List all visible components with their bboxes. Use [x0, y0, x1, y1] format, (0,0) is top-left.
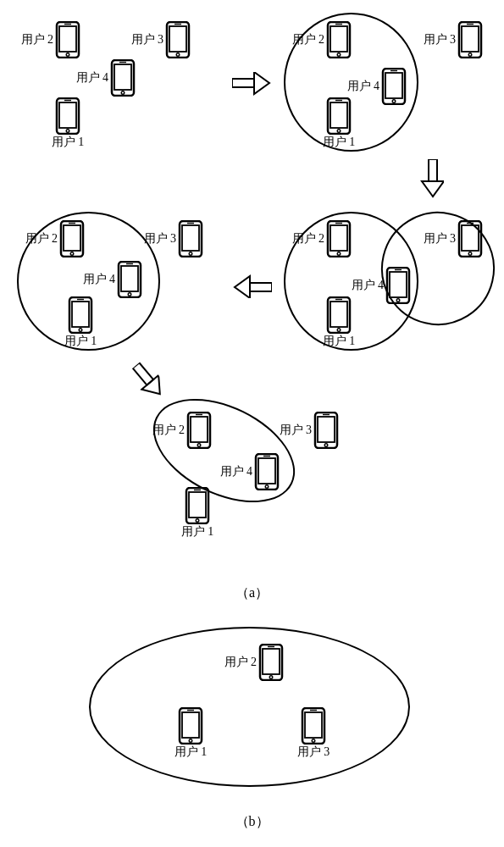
user-2: 用户 2 [326, 220, 352, 257]
user-1: 用户 1 [185, 487, 210, 524]
user-label: 用户 3 [280, 423, 313, 438]
caption-b: （b） [235, 813, 269, 831]
user-2: 用户 2 [326, 21, 352, 58]
smartphone-icon [457, 220, 483, 257]
smartphone-icon [254, 453, 280, 490]
user-label: 用户 2 [152, 423, 186, 438]
step-2: 用户 2 用户 3 用户 4 用户 1 [280, 13, 496, 148]
user-label: 用户 1 [174, 745, 208, 760]
subfigure-b: 用户 2 用户 1 用户 3 [89, 627, 411, 788]
user-4: 用户 4 [254, 453, 280, 490]
smartphone-icon [185, 487, 210, 524]
smartphone-icon [301, 707, 326, 745]
step-4: 用户 2 用户 3 用户 4 用户 1 [17, 212, 229, 347]
user-label: 用户 2 [292, 231, 325, 246]
user-1: 用户 1 [326, 296, 352, 334]
smartphone-icon [110, 59, 136, 97]
smartphone-icon [178, 220, 203, 257]
user-3: 用户 3 [457, 220, 483, 257]
user-3: 用户 3 [165, 21, 191, 58]
smartphone-icon [457, 21, 483, 58]
smartphone-icon [55, 97, 80, 135]
user-3: 用户 3 [457, 21, 483, 58]
group-ellipse [136, 378, 311, 523]
smartphone-icon [385, 267, 411, 304]
smartphone-icon [117, 261, 142, 298]
user-3: 用户 3 [313, 412, 339, 449]
smartphone-icon [326, 21, 352, 58]
user-4: 用户 4 [381, 68, 407, 105]
user-4: 用户 4 [117, 261, 142, 298]
user-label: 用户 3 [297, 745, 330, 760]
step-3: 用户 2 用户 3 用户 4 用户 1 [280, 212, 496, 347]
arrow-icon [124, 358, 169, 406]
user-1: 用户 1 [55, 97, 80, 135]
user-label: 用户 4 [220, 464, 253, 479]
smartphone-icon [326, 220, 352, 257]
user-label: 用户 4 [76, 70, 109, 86]
user-3: 用户 3 [301, 707, 326, 745]
smartphone-icon [326, 97, 352, 135]
user-1: 用户 1 [68, 296, 93, 334]
user-label: 用户 3 [424, 231, 457, 246]
user-label: 用户 1 [323, 135, 356, 150]
smartphone-icon [165, 21, 191, 58]
user-label: 用户 1 [64, 334, 97, 349]
user-label: 用户 1 [52, 135, 85, 150]
user-label: 用户 3 [424, 32, 457, 47]
group-ellipse [89, 627, 410, 787]
user-label: 用户 3 [144, 231, 177, 246]
user-label: 用户 3 [131, 32, 164, 47]
user-3: 用户 3 [178, 220, 203, 257]
step-5: 用户 2 用户 3 用户 4 用户 1 [127, 407, 347, 551]
user-2: 用户 2 [55, 21, 80, 58]
user-1: 用户 1 [326, 97, 352, 135]
user-4: 用户 4 [110, 59, 136, 97]
smartphone-icon [186, 412, 212, 449]
user-2: 用户 2 [186, 412, 212, 449]
smartphone-icon [313, 412, 339, 449]
user-label: 用户 4 [347, 79, 380, 94]
smartphone-icon [258, 644, 284, 681]
caption-a: （a） [235, 584, 269, 602]
smartphone-icon [178, 707, 203, 745]
step-1: 用户 2 用户 3 用户 4 用户 1 [17, 13, 229, 148]
smartphone-icon [381, 68, 407, 105]
user-1: 用户 1 [178, 707, 203, 745]
user-label: 用户 2 [25, 231, 58, 246]
user-label: 用户 2 [224, 655, 258, 670]
smartphone-icon [59, 220, 85, 257]
user-4: 用户 4 [385, 267, 411, 304]
smartphone-icon [55, 21, 80, 58]
arrow-icon [233, 271, 272, 298]
user-2: 用户 2 [258, 644, 284, 681]
user-2: 用户 2 [59, 220, 85, 257]
user-label: 用户 2 [292, 32, 325, 47]
user-label: 用户 2 [21, 32, 54, 47]
user-label: 用户 1 [181, 524, 214, 540]
arrow-icon [417, 159, 444, 198]
user-label: 用户 4 [83, 272, 116, 287]
user-label: 用户 4 [352, 278, 385, 293]
arrow-icon [232, 72, 271, 99]
user-label: 用户 1 [323, 334, 356, 349]
smartphone-icon [68, 296, 93, 334]
smartphone-icon [326, 296, 352, 334]
